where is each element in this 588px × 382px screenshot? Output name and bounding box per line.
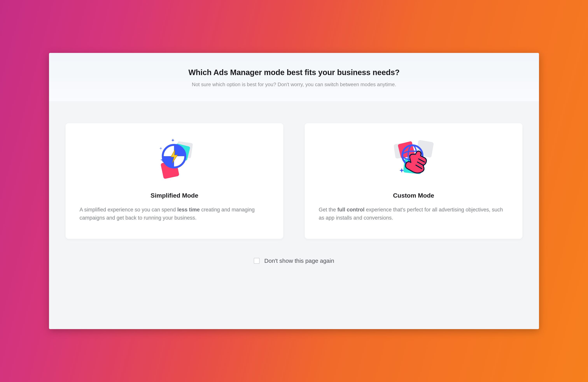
dont-show-again-label: Don't show this page again	[264, 257, 334, 264]
mode-selection-panel: Which Ads Manager mode best fits your bu…	[49, 53, 539, 329]
custom-mode-description: Get the full control experience that's p…	[319, 206, 508, 222]
dont-show-again-checkbox[interactable]: Don't show this page again	[254, 257, 334, 264]
custom-mode-title: Custom Mode	[319, 192, 508, 199]
custom-mode-card[interactable]: Custom Mode Get the full control experie…	[305, 123, 523, 239]
simplified-mode-title: Simplified Mode	[80, 192, 269, 199]
page-title: Which Ads Manager mode best fits your bu…	[57, 68, 531, 77]
cards-row: Simplified Mode A simplified experience …	[63, 123, 525, 239]
body: Simplified Mode A simplified experience …	[49, 102, 539, 329]
compass-bolt-icon	[153, 137, 196, 183]
simplified-mode-description: A simplified experience so you can spend…	[80, 206, 269, 222]
globe-hand-icon	[390, 137, 437, 183]
simplified-mode-illustration	[80, 135, 269, 185]
page-subtitle: Not sure which option is best for you? D…	[57, 82, 531, 87]
simplified-mode-card[interactable]: Simplified Mode A simplified experience …	[65, 123, 283, 239]
header: Which Ads Manager mode best fits your bu…	[49, 53, 539, 102]
custom-mode-illustration	[319, 135, 508, 185]
checkbox-box[interactable]	[254, 258, 260, 264]
